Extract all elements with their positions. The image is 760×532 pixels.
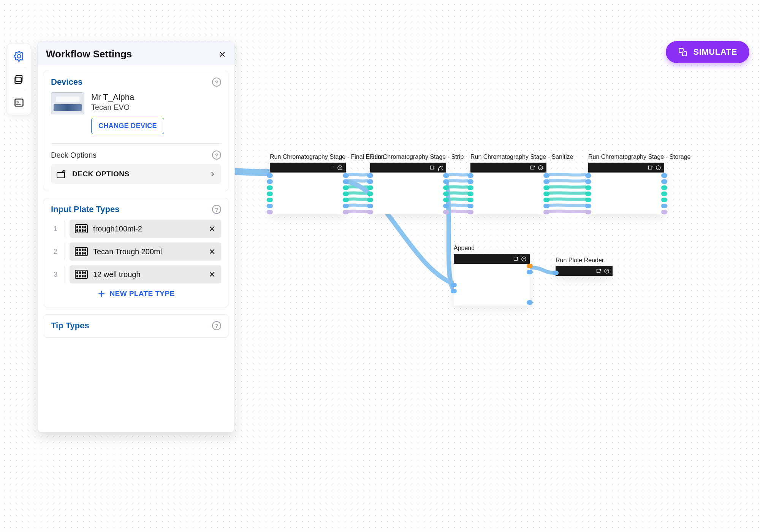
input-plate-types-card: Input Plate Types ? 1 trough100ml-2 2 Te…: [44, 198, 228, 307]
node-label: Run Chromatography Stage - Storage: [588, 154, 687, 160]
rail-settings-icon[interactable]: [11, 48, 27, 65]
svg-rect-7: [57, 173, 65, 178]
plate-icon: [75, 270, 88, 279]
plate-item[interactable]: 12 well trough: [70, 265, 221, 283]
node-output-ports: [661, 173, 667, 214]
plate-name: 12 well trough: [93, 270, 203, 279]
popout-icon[interactable]: [513, 256, 519, 262]
workflow-node[interactable]: Run Chromatography Stage - Storage ?: [588, 163, 664, 214]
close-icon: [209, 271, 215, 278]
devices-card: Devices ? Mr T_Alpha Tecan EVO CHANGE DE…: [44, 71, 228, 191]
popout-icon[interactable]: [429, 165, 435, 171]
plate-item[interactable]: trough100ml-2: [70, 220, 221, 238]
remove-plate-button[interactable]: [208, 248, 216, 255]
rail-forms-icon[interactable]: S: [11, 94, 27, 111]
node-header: ?: [470, 163, 546, 173]
plate-row: 3 12 well trough: [51, 265, 221, 283]
node-header: ?: [588, 163, 664, 173]
svg-rect-33: [514, 257, 518, 260]
node-help-icon[interactable]: ?: [604, 268, 610, 274]
popout-icon[interactable]: [329, 165, 335, 171]
node-header: ?: [454, 254, 530, 264]
node-header: ?: [370, 163, 446, 173]
svg-rect-27: [531, 166, 534, 169]
node-help-icon[interactable]: ?: [337, 165, 343, 171]
devices-title: Devices: [51, 77, 82, 87]
rail-workflow-icon[interactable]: [11, 71, 27, 88]
workflow-node[interactable]: Append ?: [454, 254, 530, 306]
panel-body: Devices ? Mr T_Alpha Tecan EVO CHANGE DE…: [38, 65, 234, 432]
tip-types-help-icon[interactable]: ?: [212, 321, 221, 330]
new-plate-type-label: NEW PLATE TYPE: [110, 290, 175, 298]
tip-types-card: Tip Types ?: [44, 314, 228, 338]
plus-icon: [98, 290, 105, 298]
panel-header: Workflow Settings: [38, 41, 234, 65]
deck-options-button[interactable]: DECK OPTIONS: [51, 164, 221, 184]
close-icon: [209, 248, 215, 255]
workflow-node[interactable]: Run Chromatography Stage - Final Elution…: [270, 163, 346, 214]
new-plate-type-button[interactable]: NEW PLATE TYPE: [51, 283, 221, 300]
node-label: Run Plate Reader: [556, 257, 635, 264]
node-input-ports: [553, 271, 559, 275]
node-help-icon[interactable]: ?: [437, 165, 443, 171]
node-input-ports: [467, 173, 473, 214]
remove-plate-button[interactable]: [208, 271, 216, 278]
svg-rect-24: [431, 166, 434, 169]
node-help-icon[interactable]: ?: [538, 165, 543, 171]
workflow-settings-panel: Workflow Settings Devices ? Mr T_Alpha T…: [37, 41, 235, 432]
popout-icon[interactable]: [596, 268, 602, 274]
left-rail: S: [7, 44, 31, 115]
cards-icon: [14, 74, 24, 85]
input-plate-types-title: Input Plate Types: [51, 204, 120, 214]
svg-rect-36: [597, 269, 600, 272]
svg-text:?: ?: [441, 167, 443, 171]
divider: [65, 220, 65, 238]
node-output-ports: [527, 264, 533, 274]
simulate-label: SIMULATE: [693, 47, 737, 57]
workflow-node[interactable]: Run Chromatography Stage - Strip ?: [370, 163, 446, 214]
plate-item[interactable]: Tecan Trough 200ml: [70, 242, 221, 261]
node-help-icon[interactable]: ?: [656, 165, 661, 171]
workflow-node[interactable]: Run Chromatography Stage - Sanitize ?: [470, 163, 546, 214]
node-label: Run Chromatography Stage - Sanitize: [470, 154, 569, 160]
svg-text:?: ?: [606, 269, 608, 273]
node-output-ports: [443, 173, 449, 214]
deck-help-icon[interactable]: ?: [212, 150, 221, 160]
svg-text:?: ?: [339, 166, 341, 169]
svg-rect-21: [330, 166, 334, 169]
close-icon: [219, 51, 226, 58]
close-panel-button[interactable]: [218, 51, 226, 58]
change-device-button[interactable]: CHANGE DEVICE: [91, 118, 164, 134]
svg-text:?: ?: [658, 166, 659, 169]
chevron-right-icon: [209, 171, 216, 177]
device-row: Mr T_Alpha Tecan EVO CHANGE DEVICE: [51, 92, 221, 134]
svg-rect-30: [649, 166, 652, 169]
input-plates-help-icon[interactable]: ?: [212, 205, 221, 214]
node-output-ports: [543, 173, 549, 214]
svg-text:?: ?: [523, 257, 525, 261]
popout-icon[interactable]: [530, 165, 535, 171]
devices-help-icon[interactable]: ?: [212, 78, 221, 87]
deck-icon: [56, 169, 67, 179]
popout-icon[interactable]: [648, 165, 653, 171]
rail-divider: [12, 91, 26, 91]
plate-icon: [75, 247, 88, 256]
form-icon: S: [14, 97, 24, 108]
node-help-icon[interactable]: ?: [521, 256, 527, 262]
plate-name: Tecan Trough 200ml: [93, 247, 203, 256]
panel-title: Workflow Settings: [46, 48, 132, 60]
node-header: ?: [270, 163, 346, 173]
rail-divider: [12, 68, 26, 68]
svg-text:?: ?: [540, 166, 542, 169]
close-icon: [209, 225, 215, 232]
workflow-node[interactable]: Run Plate Reader ?: [556, 266, 613, 276]
remove-plate-button[interactable]: [208, 225, 216, 233]
plate-name: trough100ml-2: [93, 225, 203, 233]
plate-icon: [75, 224, 88, 233]
plate-index: 3: [51, 271, 60, 279]
node-input-ports: [451, 283, 457, 293]
plate-row: 1 trough100ml-2: [51, 220, 221, 238]
plate-list: 1 trough100ml-2 2 Tecan Trough 200ml 3: [51, 220, 221, 283]
node-input-ports: [585, 173, 591, 214]
simulate-button[interactable]: SIMULATE: [666, 41, 749, 63]
